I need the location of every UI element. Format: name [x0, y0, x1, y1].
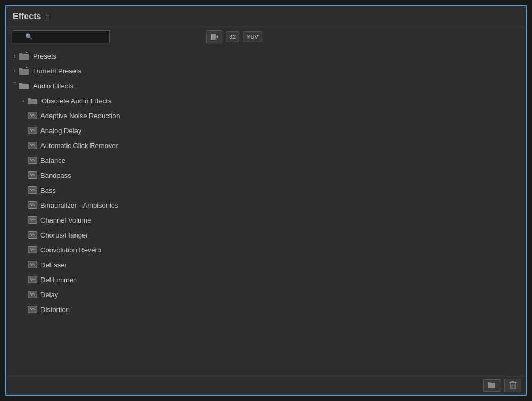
auto-click-label: Automatic Click Remover — [40, 142, 118, 150]
effects-panel: Effects ≡ 32 YUV › — [5, 5, 527, 396]
fx-icon-deesser — [28, 261, 37, 268]
tree-item-analog-delay[interactable]: › Analog Delay — [15, 123, 526, 138]
lumetri-label: Lumetri Presets — [33, 67, 81, 75]
svg-rect-101 — [488, 382, 491, 384]
tree-item-distortion[interactable]: › Distortion — [15, 302, 526, 317]
dehummer-label: DeHummer — [40, 276, 76, 284]
fx-icon-binauralizer — [28, 201, 37, 209]
folder-icon-audio-effects — [19, 81, 30, 90]
fx-icon-dehummer — [28, 276, 37, 283]
fx-icon-bass — [28, 186, 37, 194]
fx-icon-delay — [28, 291, 37, 298]
fx-icon-auto-click — [28, 142, 37, 149]
panel-header: Effects ≡ — [6, 6, 526, 27]
chevron-presets: › — [11, 53, 19, 59]
32-button[interactable]: 32 — [226, 31, 239, 42]
tree-item-deesser[interactable]: › DeEsser — [15, 257, 526, 272]
audio-effects-label: Audio Effects — [33, 82, 73, 90]
delay-label: Delay — [40, 291, 58, 299]
tree-item-adaptive-noise[interactable]: › Adaptive Noise Reduction — [15, 108, 526, 123]
menu-icon[interactable]: ≡ — [45, 12, 49, 21]
svg-rect-15 — [28, 98, 31, 100]
tree-item-convolution-reverb[interactable]: › Convolution Reverb — [15, 242, 526, 257]
fx-icon-balance — [28, 157, 37, 164]
tree-item-lumetri[interactable]: › Lumetri Presets — [6, 63, 526, 78]
svg-rect-10 — [19, 68, 22, 70]
fx-icon-channel-volume — [28, 216, 37, 224]
fx-icon-convolution-reverb — [28, 246, 37, 253]
svg-rect-7 — [19, 53, 22, 55]
new-folder-button[interactable] — [483, 379, 501, 392]
tree-item-balance[interactable]: › Balance — [15, 153, 526, 168]
bass-label: Bass — [40, 186, 56, 194]
tree-item-bass[interactable]: › Bass — [15, 183, 526, 198]
tree-item-chorus-flanger[interactable]: › Chorus/Flanger — [15, 227, 526, 242]
svg-rect-13 — [19, 83, 22, 85]
binauralizer-label: Binauralizer - Ambisonics — [40, 201, 118, 209]
yuv-button[interactable]: YUV — [243, 31, 262, 42]
fx-icon-distortion — [28, 306, 37, 313]
tree-item-audio-effects[interactable]: › Audio Effects — [6, 78, 526, 93]
tree-item-auto-click[interactable]: › Automatic Click Remover — [15, 138, 526, 153]
fx-icon-analog-delay — [28, 127, 37, 134]
tree-item-bandpass[interactable]: › Bandpass — [15, 168, 526, 183]
svg-rect-4 — [211, 34, 212, 40]
convolution-reverb-label: Convolution Reverb — [40, 246, 101, 254]
search-wrapper — [12, 30, 203, 43]
tree-list[interactable]: › Presets › — [6, 46, 526, 376]
svg-marker-3 — [216, 35, 218, 38]
tree-item-obsolete[interactable]: › Obsolete Audio Effects — [15, 93, 526, 108]
fx-icon-chorus-flanger — [28, 231, 37, 239]
chevron-lumetri: › — [11, 68, 19, 74]
fx-icon-bandpass — [28, 171, 37, 179]
panel-footer — [6, 376, 526, 395]
folder-star-icon-presets — [19, 52, 30, 60]
svg-rect-103 — [509, 382, 517, 383]
accelerate-button[interactable] — [206, 30, 222, 43]
obsolete-label: Obsolete Audio Effects — [41, 97, 111, 105]
presets-label: Presets — [33, 52, 56, 60]
folder-star-icon-lumetri — [19, 67, 30, 75]
deesser-label: DeEsser — [40, 261, 67, 269]
svg-rect-104 — [511, 381, 514, 382]
chevron-obsolete: › — [19, 98, 28, 104]
analog-delay-label: Analog Delay — [40, 127, 81, 135]
tree-item-delay[interactable]: › Delay — [15, 287, 526, 302]
chevron-audio-effects: › — [12, 81, 18, 90]
channel-volume-label: Channel Volume — [40, 216, 91, 224]
svg-marker-8 — [26, 52, 28, 53]
tree-item-binauralizer[interactable]: › Binauralizer - Ambisonics — [15, 198, 526, 212]
tree-item-channel-volume[interactable]: › Channel Volume — [15, 212, 526, 227]
toolbar: 32 YUV — [6, 27, 526, 46]
distortion-label: Distortion — [40, 306, 70, 314]
tree-item-dehummer[interactable]: › DeHummer — [15, 272, 526, 287]
svg-marker-11 — [26, 67, 28, 68]
chorus-flanger-label: Chorus/Flanger — [40, 231, 88, 239]
content-area: › Presets › — [6, 46, 526, 376]
tree-item-presets[interactable]: › Presets — [6, 48, 526, 63]
adaptive-noise-label: Adaptive Noise Reduction — [40, 112, 120, 120]
bandpass-label: Bandpass — [40, 171, 71, 179]
delete-button[interactable] — [504, 379, 521, 392]
fx-icon-adaptive-noise — [28, 112, 37, 119]
balance-label: Balance — [40, 157, 65, 165]
search-input[interactable] — [12, 30, 110, 43]
folder-icon-obsolete — [28, 96, 38, 105]
panel-title: Effects — [13, 12, 41, 21]
